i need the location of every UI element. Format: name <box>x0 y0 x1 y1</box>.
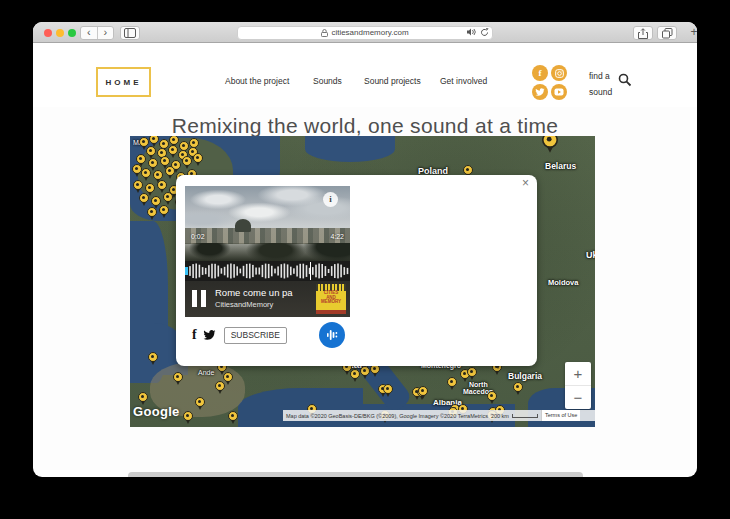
back-button[interactable]: ‹ <box>81 27 97 39</box>
search-button[interactable] <box>618 73 632 87</box>
instagram-link[interactable] <box>551 65 567 81</box>
logo-line3: MEMORY <box>316 300 346 305</box>
sound-pin-marker[interactable] <box>165 166 175 176</box>
map-zoom-control: + − <box>565 362 591 409</box>
search-icon <box>618 73 632 87</box>
track-title-bar: Rome come un pa CitiesandMemory CITIES A… <box>185 281 350 317</box>
info-button[interactable]: i <box>323 192 338 207</box>
share-button[interactable] <box>633 26 653 40</box>
forward-button[interactable]: › <box>98 27 114 39</box>
zoom-out-button[interactable]: − <box>565 386 591 409</box>
sound-pin-marker[interactable] <box>138 392 148 402</box>
terms-of-use-link[interactable]: Terms of Use <box>541 410 580 421</box>
nav-get-involved[interactable]: Get involved <box>440 76 487 86</box>
sound-pin-marker[interactable] <box>467 367 477 377</box>
duration-time: 4:22 <box>330 233 344 240</box>
youtube-link[interactable] <box>551 84 567 100</box>
rome-skyline-photo: i 0:02 4:22 <box>185 186 350 261</box>
sound-pin-marker[interactable] <box>418 386 428 396</box>
sound-pin-marker[interactable] <box>168 145 178 155</box>
zoom-window-button[interactable] <box>68 29 76 37</box>
player-share-bar: f SUBSCRIBE <box>185 317 350 353</box>
map-country-label: Moldova <box>548 278 578 287</box>
sound-pin-marker[interactable] <box>173 372 183 382</box>
sound-pin-marker[interactable] <box>145 183 155 193</box>
audio-playing-icon[interactable] <box>467 28 476 36</box>
google-logo[interactable]: Google <box>133 404 180 419</box>
progress-indicator <box>185 267 188 275</box>
find-a-sound-link[interactable]: find a sound <box>589 68 612 100</box>
sound-pin-marker[interactable] <box>141 168 151 178</box>
sound-pin-marker[interactable] <box>139 137 149 147</box>
history-nav-group: ‹ › <box>80 26 114 40</box>
page-title: Remixing the world, one sound at a time <box>33 114 697 138</box>
cities-and-memory-logo[interactable]: CITIES AND MEMORY <box>316 284 346 314</box>
sound-pin-marker[interactable] <box>148 158 158 168</box>
tab-overview-button[interactable] <box>657 26 677 40</box>
facebook-share-icon[interactable]: f <box>192 327 197 343</box>
sound-pin-marker[interactable] <box>183 411 193 421</box>
sound-pin-marker[interactable] <box>223 372 233 382</box>
current-time: 0:02 <box>191 233 205 240</box>
sound-pin-marker[interactable] <box>136 154 146 164</box>
sound-pin-marker[interactable] <box>195 397 205 407</box>
sound-pin-marker[interactable] <box>215 381 225 391</box>
find-a-sound-line2: sound <box>589 84 612 100</box>
zoom-in-button[interactable]: + <box>565 362 591 386</box>
minimize-window-button[interactable] <box>56 29 64 37</box>
sound-pin-marker[interactable] <box>148 352 158 362</box>
trees-silhouette <box>185 243 350 261</box>
twitter-share-icon[interactable] <box>203 330 216 341</box>
sound-pin-marker[interactable] <box>146 146 156 156</box>
url-text: citiesandmemory.com <box>331 28 408 37</box>
pause-icon <box>192 290 197 307</box>
sound-pin-marker[interactable] <box>487 391 497 401</box>
sound-pin-marker[interactable] <box>228 411 238 421</box>
waveform-seekbar[interactable] <box>185 261 350 281</box>
sound-pin-marker[interactable] <box>463 165 473 175</box>
twitter-link[interactable] <box>532 84 548 100</box>
sound-pin-marker[interactable] <box>383 384 393 394</box>
facebook-link[interactable]: f <box>532 65 548 81</box>
nav-about-the-project[interactable]: About the project <box>225 76 289 86</box>
subscribe-button[interactable]: SUBSCRIBE <box>224 327 287 344</box>
sound-pin-marker[interactable] <box>513 382 523 392</box>
sound-pin-marker[interactable] <box>360 366 370 376</box>
hearthis-logo[interactable] <box>319 322 345 348</box>
nav-sound-projects[interactable]: Sound projects <box>364 76 421 86</box>
sound-pin-marker[interactable] <box>350 369 360 379</box>
nav-sounds[interactable]: Sounds <box>313 76 342 86</box>
lock-icon <box>321 29 328 37</box>
map-country-label: North <box>469 381 488 388</box>
seek-cursor[interactable] <box>310 262 311 280</box>
sound-pin-marker[interactable] <box>139 193 149 203</box>
sound-pin-marker[interactable] <box>182 156 192 166</box>
sound-pin-marker[interactable] <box>151 196 161 206</box>
address-bar[interactable]: citiesandmemory.com <box>237 26 493 40</box>
sound-pin-marker[interactable] <box>157 180 167 190</box>
sound-pin-marker[interactable] <box>132 164 142 174</box>
close-icon[interactable]: × <box>522 177 529 189</box>
sidebar-icon <box>124 28 136 38</box>
sound-pin-marker[interactable] <box>447 377 457 387</box>
sidebar-toggle-button[interactable] <box>120 26 140 40</box>
map-canvas[interactable]: MarPolandBelarusUkraineMoldovaItalyAndeM… <box>130 136 595 427</box>
close-window-button[interactable] <box>44 29 52 37</box>
youtube-icon <box>554 88 564 96</box>
new-tab-button[interactable]: + <box>685 26 697 40</box>
sound-pin-marker[interactable] <box>147 207 157 217</box>
pause-button[interactable] <box>192 290 208 307</box>
sound-pin-marker[interactable] <box>193 153 203 163</box>
sound-pin-marker[interactable] <box>160 156 170 166</box>
map-country-label: Ukraine <box>586 250 595 260</box>
sound-pin-marker[interactable] <box>163 192 173 202</box>
reload-icon[interactable] <box>480 28 489 37</box>
sound-pin-marker[interactable] <box>153 170 163 180</box>
sound-pin-marker[interactable] <box>133 180 143 190</box>
home-button[interactable]: HOME <box>96 67 151 97</box>
sound-pin-marker[interactable] <box>542 136 558 148</box>
scale-label: 200 km <box>491 413 509 419</box>
audio-player-widget: i 0:02 4:22 Rome come un pa <box>185 186 350 353</box>
time-row: 0:02 4:22 <box>191 233 344 240</box>
sound-pin-marker[interactable] <box>159 205 169 215</box>
